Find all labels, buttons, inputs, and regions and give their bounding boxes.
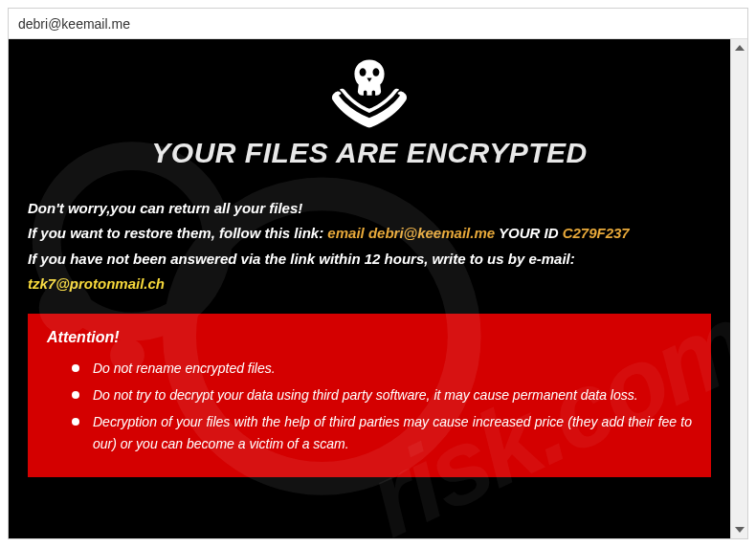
- content-wrap: risk.com YOUR FILES ARE ENCRYPTED Don't …: [9, 39, 747, 538]
- pirate-logo: [28, 56, 711, 131]
- instr3-prefix: If you have not been answered via the li…: [28, 251, 575, 267]
- scroll-down-arrow-icon[interactable]: [731, 521, 747, 538]
- titlebar: debri@keemail.me: [9, 9, 747, 39]
- instr2-yourid: C279F237: [563, 225, 630, 241]
- scroll-up-arrow-icon[interactable]: [731, 39, 747, 56]
- instr2-yourid-label: YOUR ID: [495, 225, 563, 241]
- instructions-block: Don't worry,you can return all your file…: [28, 196, 711, 296]
- attention-item: Do not try to decrypt your data using th…: [93, 384, 692, 407]
- ransom-note-content: risk.com YOUR FILES ARE ENCRYPTED Don't …: [9, 39, 730, 538]
- vertical-scrollbar[interactable]: [730, 39, 747, 538]
- window-title: debri@keemail.me: [18, 16, 130, 32]
- instr2-email: debri@keemail.me: [368, 225, 495, 241]
- instruction-line-3: If you have not been answered via the li…: [28, 247, 711, 297]
- instr2-prefix: If you want to restore them, follow this…: [28, 225, 327, 241]
- attention-box: Attention! Do not rename encrypted files…: [28, 314, 711, 477]
- attention-item: Decryption of your files with the help o…: [93, 411, 692, 457]
- attention-list: Do not rename encrypted files. Do not tr…: [47, 358, 692, 456]
- skull-swords-icon: [326, 56, 412, 131]
- attention-title: Attention!: [47, 329, 692, 346]
- page-heading: YOUR FILES ARE ENCRYPTED: [28, 137, 711, 169]
- instruction-line-1: Don't worry,you can return all your file…: [28, 196, 711, 221]
- instruction-line-2: If you want to restore them, follow this…: [28, 221, 711, 246]
- instr3-email: tzk7@protonmail.ch: [28, 275, 165, 292]
- instr2-email-label: email: [327, 225, 368, 241]
- attention-item: Do not rename encrypted files.: [93, 358, 692, 381]
- app-window: debri@keemail.me risk.com: [8, 8, 748, 539]
